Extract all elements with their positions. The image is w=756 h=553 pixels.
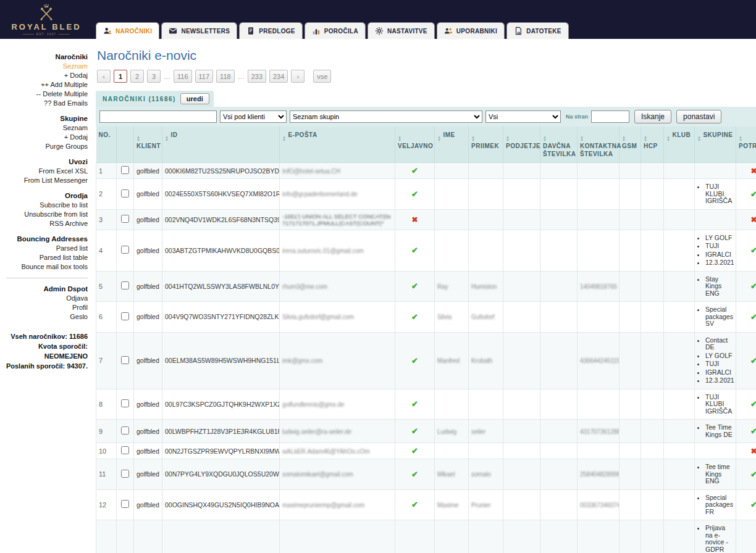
sidebar-item-add-multiple[interactable]: ++ Add Multiple bbox=[2, 80, 88, 89]
sidebar-item-bad-emails[interactable]: ?? Bad Emails bbox=[2, 99, 88, 108]
sidebar-item-bounce-mail-box-tools[interactable]: Bounce mail box tools bbox=[2, 262, 88, 272]
status-filter-select[interactable]: Vsi bbox=[485, 110, 561, 123]
pagination-page-233[interactable]: 233 bbox=[248, 70, 266, 83]
column-header-veljavno[interactable]: ▲▼VELJAVNO bbox=[395, 127, 435, 163]
per-page-input[interactable] bbox=[591, 110, 629, 123]
sidebar-item-rss-archive[interactable]: RSS Archive bbox=[2, 219, 88, 228]
sort-control[interactable]: ▲▼ bbox=[506, 136, 510, 142]
pagination-all-button[interactable]: vse bbox=[313, 70, 331, 83]
id-cell: 0041HTQ2WLSSWY3LAS8FWBLNL0YSXKS3 bbox=[162, 271, 280, 302]
column-header-e-po-ta[interactable]: ▲▼E-POŠTA bbox=[280, 127, 395, 163]
search-button[interactable]: Iskanje bbox=[634, 110, 671, 123]
sidebar-item-seznam[interactable]: Seznam bbox=[2, 123, 88, 133]
row-checkbox[interactable] bbox=[121, 166, 129, 174]
firstname-cell: Maxime bbox=[435, 489, 469, 520]
row-checkbox[interactable] bbox=[121, 246, 129, 254]
column-header-skupine[interactable]: ▲▼SKUPINE bbox=[695, 127, 736, 163]
sort-control[interactable]: ▲▼ bbox=[622, 136, 626, 142]
tab-poro-ila[interactable]: POROČILA bbox=[304, 22, 366, 39]
column-header-gsm[interactable]: ▲▼GSM bbox=[620, 127, 641, 163]
sidebar-item-subscribe-to-list[interactable]: Subscribe to list bbox=[2, 201, 88, 210]
row-checkbox[interactable] bbox=[121, 446, 129, 454]
row-checkbox[interactable] bbox=[121, 356, 129, 364]
valid-cell: ✔ bbox=[395, 443, 435, 459]
sort-control[interactable]: ▲▼ bbox=[739, 136, 742, 142]
edit-button[interactable]: uredi bbox=[180, 93, 209, 104]
pagination-page-2[interactable]: 2 bbox=[130, 70, 144, 83]
tab-naro-niki[interactable]: NAROČNIKI bbox=[96, 22, 159, 39]
group-filter-select[interactable]: Seznam skupin bbox=[290, 110, 482, 123]
subscribers-panel-tab[interactable]: NAROČNIKI (11686) uredi bbox=[96, 91, 214, 107]
sidebar-item-delete-multiple[interactable]: -- Delete Multiple bbox=[2, 89, 88, 99]
client-filter-select[interactable]: Vsi pod klienti bbox=[220, 110, 287, 123]
column-header-kontaktna-tevilka[interactable]: ▲▼KONTAKTNA ŠTEVILKA bbox=[578, 127, 620, 163]
pagination-page-118[interactable]: 118 bbox=[216, 70, 235, 83]
reset-button[interactable]: ponastavi bbox=[676, 110, 721, 123]
row-checkbox[interactable] bbox=[121, 426, 129, 434]
tab-uporabniki[interactable]: UPORABNIKI bbox=[437, 22, 505, 39]
pagination-prev-button[interactable]: ‹ bbox=[97, 70, 111, 83]
column-header-id[interactable]: ▲▼ID bbox=[162, 127, 280, 163]
tab-newsletters[interactable]: NEWSLETTERS bbox=[161, 22, 237, 39]
table-row: 1golfbled000KI6M82TU2SS25NRUPOJSO2BYDRX6… bbox=[96, 163, 756, 179]
sort-control[interactable]: ▲▼ bbox=[165, 136, 169, 142]
tab-nastavitve[interactable]: NASTAVITVE bbox=[368, 22, 435, 39]
pagination-page-3[interactable]: 3 bbox=[147, 70, 161, 83]
email-cell: somalomikael@gmail.com bbox=[280, 459, 395, 490]
row-checkbox[interactable] bbox=[121, 281, 129, 289]
search-input[interactable] bbox=[99, 110, 217, 123]
confirmed-cell: ✖ bbox=[736, 443, 756, 459]
company-cell bbox=[503, 179, 540, 210]
email-cell: irena.suturovic.01@gmail.com bbox=[280, 230, 395, 271]
row-checkbox[interactable] bbox=[121, 189, 129, 198]
sort-control[interactable]: ▲▼ bbox=[666, 136, 670, 142]
sidebar-item-from-list-messenger[interactable]: From List Messenger bbox=[2, 176, 88, 185]
sidebar-sections: NaročnikiSeznam+ Dodaj++ Add Multiple-- … bbox=[2, 52, 88, 322]
column-header-hcp[interactable]: ▲▼HCP bbox=[641, 127, 664, 163]
sort-control[interactable]: ▲▼ bbox=[398, 136, 401, 142]
column-header-dav-na-tevilka[interactable]: ▲▼DAVČNA ŠTEVILKA bbox=[540, 127, 578, 163]
sort-control[interactable]: ▲▼ bbox=[543, 136, 547, 142]
column-header-klub[interactable]: ▲▼KLUB bbox=[664, 127, 695, 163]
sidebar-item-profil[interactable]: Profil bbox=[2, 303, 88, 312]
sort-control[interactable]: ▲▼ bbox=[697, 136, 701, 142]
pagination-next-button[interactable]: › bbox=[291, 70, 304, 83]
sidebar-item-dodaj[interactable]: + Dodaj bbox=[2, 133, 88, 142]
email-value: InfO@hotel-setua.CH bbox=[282, 168, 340, 175]
sidebar-item-dodaj[interactable]: + Dodaj bbox=[2, 71, 88, 80]
column-header-ime[interactable]: ▲▼IME bbox=[435, 127, 469, 163]
sort-control[interactable]: ▲▼ bbox=[437, 136, 441, 142]
sidebar-item-geslo[interactable]: Geslo bbox=[2, 312, 88, 322]
row-checkbox[interactable] bbox=[121, 215, 129, 223]
pagination-page-234[interactable]: 234 bbox=[269, 70, 288, 83]
sort-control[interactable]: ▲▼ bbox=[282, 136, 286, 142]
row-number: 4 bbox=[96, 230, 117, 271]
column-header-klient[interactable]: ▲▼KLIENT bbox=[134, 127, 162, 163]
sort-control[interactable]: ▲▼ bbox=[580, 136, 584, 142]
row-checkbox[interactable] bbox=[121, 312, 129, 320]
email-value: golfundtennis@gmx.de bbox=[282, 401, 344, 408]
sidebar-item-seznam[interactable]: Seznam bbox=[2, 62, 88, 71]
pagination-page-116[interactable]: 116 bbox=[174, 70, 192, 83]
sort-control[interactable]: ▲▼ bbox=[644, 136, 647, 142]
tab-predloge[interactable]: PREDLOGE bbox=[239, 22, 303, 39]
row-checkbox[interactable] bbox=[121, 470, 129, 478]
sort-control[interactable]: ▲▼ bbox=[136, 136, 140, 142]
row-checkbox[interactable] bbox=[121, 399, 129, 407]
sidebar-item-unsubscribe-from-list[interactable]: Unsubscribe from list bbox=[2, 210, 88, 219]
tab-datoteke[interactable]: DATOTEKE bbox=[506, 22, 568, 39]
pagination-page-117[interactable]: 117 bbox=[195, 70, 214, 83]
sidebar-item-from-excel-xsl[interactable]: From Excel XSL bbox=[2, 167, 88, 176]
sidebar-item-odjava[interactable]: Odjava bbox=[2, 294, 88, 303]
gsm-cell bbox=[620, 163, 641, 179]
column-header-potrjen[interactable]: ▲▼POTRJEN bbox=[736, 127, 756, 163]
sidebar-item-purge-groups[interactable]: Purge Groups bbox=[2, 142, 88, 151]
column-header-podjetje[interactable]: ▲▼PODJETJE bbox=[503, 127, 540, 163]
sidebar-item-parsed-list-table[interactable]: Parsed list table bbox=[2, 253, 88, 262]
pagination-page-1[interactable]: 1 bbox=[114, 70, 127, 83]
sort-control[interactable]: ▲▼ bbox=[471, 136, 475, 142]
column-header-priimek[interactable]: ▲▼PRIIMEK bbox=[469, 127, 503, 163]
row-checkbox[interactable] bbox=[121, 500, 129, 508]
groups-list: Prijava na e-novice - GDPRLY GOLF SLO IG… bbox=[697, 525, 733, 553]
sidebar-item-parsed-list[interactable]: Parsed list bbox=[2, 244, 88, 253]
